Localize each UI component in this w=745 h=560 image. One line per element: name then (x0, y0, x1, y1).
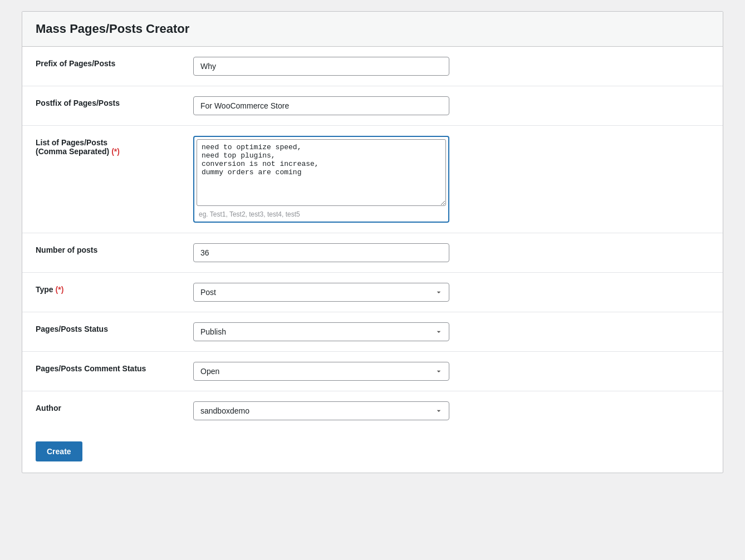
num-posts-row: Number of posts (22, 233, 723, 273)
list-textarea[interactable]: need to optimize speed, need top plugins… (197, 139, 446, 206)
list-sublabel: (Comma Separated) (*) (36, 147, 120, 156)
num-posts-input[interactable] (193, 243, 449, 262)
list-label: List of Pages/Posts (36, 138, 107, 147)
author-row: Author sandboxdemo admin (22, 391, 723, 431)
postfix-row: Postfix of Pages/Posts (22, 86, 723, 126)
status-row: Pages/Posts Status Publish Draft Pending (22, 312, 723, 352)
author-select[interactable]: sandboxdemo admin (193, 401, 449, 420)
page-title: Mass Pages/Posts Creator (36, 22, 709, 36)
form-footer: Create (22, 430, 723, 473)
postfix-input[interactable] (193, 96, 449, 115)
prefix-input[interactable] (193, 57, 449, 76)
num-posts-label: Number of posts (22, 233, 187, 273)
prefix-row: Prefix of Pages/Posts (22, 47, 723, 86)
page-header: Mass Pages/Posts Creator (22, 12, 723, 47)
main-container: Mass Pages/Posts Creator Prefix of Pages… (22, 11, 723, 473)
status-select[interactable]: Publish Draft Pending (193, 322, 449, 341)
comment-status-label: Pages/Posts Comment Status (22, 352, 187, 391)
list-textarea-hint: eg. Test1, Test2, test3, test4, test5 (197, 208, 446, 219)
comment-status-row: Pages/Posts Comment Status Open Closed (22, 352, 723, 391)
comment-status-select[interactable]: Open Closed (193, 362, 449, 381)
create-button[interactable]: Create (36, 441, 82, 461)
type-row: Type (*) Post Page (22, 273, 723, 312)
type-select[interactable]: Post Page (193, 283, 449, 302)
type-label: Type (36, 285, 53, 294)
prefix-label: Prefix of Pages/Posts (22, 47, 187, 86)
list-row: List of Pages/Posts (Comma Separated) (*… (22, 126, 723, 233)
status-label: Pages/Posts Status (22, 312, 187, 352)
postfix-label: Postfix of Pages/Posts (22, 86, 187, 126)
form-table: Prefix of Pages/Posts Postfix of Pages/P… (22, 47, 723, 430)
author-label: Author (22, 391, 187, 431)
type-required: (*) (56, 285, 64, 294)
list-textarea-wrapper: need to optimize speed, need top plugins… (193, 136, 449, 223)
list-required: (*) (111, 147, 120, 156)
